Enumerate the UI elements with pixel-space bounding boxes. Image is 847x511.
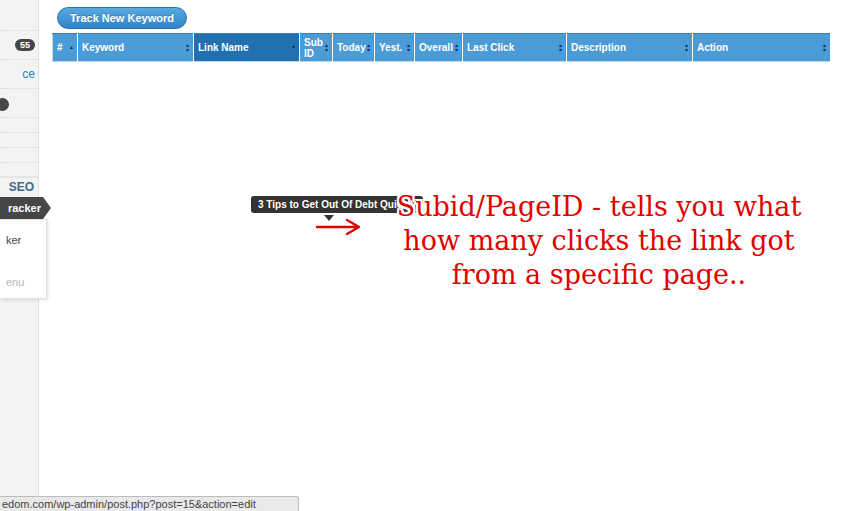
annotation-line: from a specific page.. — [366, 258, 832, 292]
sort-icon[interactable]: ▴ ▾ — [366, 43, 370, 53]
sidebar-flyout-menu: ker enu — [0, 219, 47, 299]
annotation-line: Subid/PageID - tells you what — [366, 190, 832, 224]
sidebar-divider — [0, 176, 38, 178]
keyword-tracker-table: #▴Keyword▴ ▾Link Name▾Sub ID▴ ▾Today▴ ▾Y… — [52, 33, 831, 62]
sidebar-item-seo[interactable]: SEO — [9, 180, 34, 194]
column-header-label: Yest. — [379, 42, 402, 53]
column-header-keyword[interactable]: Keyword▴ ▾ — [78, 34, 194, 62]
column-header-label: Today — [337, 42, 366, 53]
sidebar-divider — [0, 88, 38, 89]
sort-icon[interactable]: ▴ ▾ — [454, 43, 458, 53]
sort-icon[interactable]: ▴ ▾ — [822, 43, 826, 53]
sort-icon[interactable]: ▴ ▾ — [684, 43, 688, 53]
sort-icon[interactable]: ▴ ▾ — [324, 43, 328, 53]
track-new-keyword-button[interactable]: Track New Keyword — [57, 7, 187, 29]
table-header-row: #▴Keyword▴ ▾Link Name▾Sub ID▴ ▾Today▴ ▾Y… — [53, 34, 831, 62]
collapse-menu-label[interactable]: enu — [6, 276, 24, 288]
sidebar-divider — [0, 162, 38, 163]
column-header-label: Last Click — [467, 42, 514, 53]
column-header-action[interactable]: Action▴ ▾ — [693, 34, 831, 62]
annotation-text: Subid/PageID - tells you what how many c… — [366, 190, 832, 292]
sort-icon[interactable]: ▴ ▾ — [406, 43, 410, 53]
column-header-last-click[interactable]: Last Click▴ ▾ — [463, 34, 567, 62]
sidebar-divider — [0, 132, 38, 133]
column-header-label: Sub ID — [304, 37, 324, 59]
column-header-label: # — [57, 42, 63, 53]
sort-icon[interactable]: ▾ — [291, 45, 295, 50]
browser-status-bar: edom.com/wp-admin/post.php?post=15&actio… — [0, 496, 299, 511]
sidebar-item-performance-partial[interactable]: ce — [22, 67, 35, 81]
sidebar-divider — [0, 59, 38, 60]
sidebar-divider — [0, 117, 38, 118]
column-header-today[interactable]: Today▴ ▾ — [333, 34, 375, 62]
column-header--[interactable]: #▴ — [53, 34, 78, 62]
selected-item-arrow — [43, 197, 51, 219]
column-header-label: Keyword — [82, 42, 124, 53]
column-header-yest-[interactable]: Yest.▴ ▾ — [375, 34, 415, 62]
column-header-link-name[interactable]: Link Name▾ — [194, 34, 300, 62]
annotation-line: how many clicks the link got — [366, 224, 832, 258]
sidebar-item-tracker-selected[interactable]: racker — [0, 197, 43, 219]
update-count-badge: 55 — [15, 39, 35, 51]
column-header-description[interactable]: Description▴ ▾ — [567, 34, 693, 62]
column-header-label: Action — [697, 42, 728, 53]
column-header-sub-id[interactable]: Sub ID▴ ▾ — [300, 34, 333, 62]
sort-icon[interactable]: ▴ ▾ — [558, 43, 562, 53]
annotation-arrow-icon — [314, 217, 368, 237]
sort-icon[interactable]: ▴ — [69, 45, 73, 50]
sort-icon[interactable]: ▴ ▾ — [185, 43, 189, 53]
column-header-overall[interactable]: Overall▴ ▾ — [415, 34, 463, 62]
column-header-label: Link Name — [198, 42, 249, 53]
sidebar-divider — [0, 30, 38, 31]
column-header-label: Overall — [419, 42, 453, 53]
notification-dot-badge — [0, 98, 9, 111]
sidebar-divider — [0, 147, 38, 148]
column-header-label: Description — [571, 42, 626, 53]
flyout-item-tracker[interactable]: ker — [6, 234, 21, 246]
